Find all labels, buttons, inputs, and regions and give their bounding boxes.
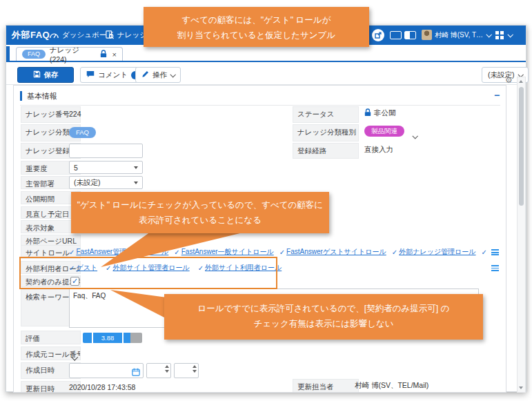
split-pane-view-button[interactable]	[404, 31, 416, 39]
check-icon: ✓	[69, 248, 75, 256]
save-button[interactable]: 保存	[17, 67, 74, 83]
dashboard-gauge-icon	[49, 31, 59, 40]
open-window-icon	[375, 29, 382, 41]
tab-faq-badge: FAQ	[22, 50, 46, 59]
field-label-reg-route: 登録経路	[293, 143, 359, 159]
operation-label: 操作	[152, 70, 167, 80]
stepper-up-icon[interactable]	[193, 365, 197, 368]
nav-item-dashboard[interactable]: ダッシュボード	[49, 26, 114, 45]
chevron-down-icon	[412, 133, 417, 139]
callout-middle-line2: 表示許可されていることになる	[71, 213, 329, 228]
created-at-date-input[interactable]	[69, 363, 144, 378]
basic-info-card: 基本情報 − ナレッジ番号 ナレッジ分類 ナレッジ登録番号 重要度 主管部署 公…	[13, 85, 506, 393]
external-user-role-link[interactable]: ✓ゲスト	[69, 263, 97, 273]
select-arrow-icon	[134, 166, 138, 169]
class-type-expander[interactable]	[413, 129, 417, 141]
site-role-link[interactable]: ✓外部ナレッジ一般ロール	[482, 247, 487, 257]
callout-top: すべての顧客には、"ゲスト" ロールが 割り当てられていると仮定したサンプル	[144, 7, 369, 47]
chevron-down-icon	[170, 72, 175, 77]
operation-button[interactable]: 操作	[135, 67, 181, 83]
callout-bottom-tail	[107, 286, 169, 324]
source-call-number-expander[interactable]	[72, 351, 77, 363]
department-value: (未設定)	[74, 178, 101, 188]
scroll-down-icon[interactable]	[519, 387, 523, 389]
tab-close-icon[interactable]: ×	[112, 50, 117, 59]
updated-at-value: 2020/10/28 17:43:58	[69, 383, 135, 391]
external-user-roles-list-icon[interactable]	[491, 265, 499, 271]
rating-bar: 3.88	[83, 333, 142, 343]
edit-pencil-icon	[141, 70, 149, 79]
rating-bar-segment	[83, 333, 92, 343]
callout-middle-tail	[101, 228, 249, 271]
class-type-badge: 製品関連	[364, 126, 404, 137]
section-title: 基本情報	[27, 91, 57, 101]
check-icon: ✓	[72, 277, 78, 285]
department-select[interactable]: (未設定)	[69, 176, 143, 189]
comment-icon	[86, 70, 95, 79]
field-label-class-type: ナレッジ分類種別	[293, 124, 359, 141]
section-accent-bar	[20, 91, 22, 101]
search-keywords-value: Faq、FAQ	[73, 292, 106, 300]
single-pane-view-button[interactable]	[390, 31, 402, 39]
app-brand: 外部FAQ	[12, 26, 50, 45]
contractor-only-checkbox[interactable]: ✓	[70, 277, 79, 286]
callout-top-line1: すべての顧客には、"ゲスト" ロールが	[144, 12, 369, 28]
site-role-link[interactable]: ✓FastAnswerゲストサイトロール	[279, 247, 386, 257]
callout-middle-line1: "ゲスト" ロールにチェックが入っているので、すべての顧客に	[71, 197, 329, 213]
reg-route-value: 直接入力	[364, 145, 393, 155]
page: 外部FAQ ダッシュボード ナレッジ検索	[0, 0, 532, 401]
stepper-down-icon[interactable]	[193, 370, 197, 373]
chevron-down-icon	[507, 32, 513, 37]
user-menu[interactable]: 村崎 博(SV, T…	[435, 26, 491, 45]
updated-by-value: 村崎 博(SV、TEL/Mail)	[355, 381, 428, 391]
lock-icon	[100, 48, 107, 61]
lock-icon	[364, 108, 371, 118]
stepper-up-icon[interactable]	[165, 365, 169, 368]
vertical-scrollbar[interactable]	[517, 77, 526, 393]
knowledge-number-value: 224	[69, 110, 81, 118]
check-icon: ✓	[482, 248, 487, 256]
status-value: 非公開	[364, 108, 396, 118]
site-role-link[interactable]: ✓外部ナレッジ管理ロール	[392, 247, 476, 257]
check-icon: ✓	[69, 264, 75, 272]
gear-icon[interactable]: ⚙	[505, 76, 513, 84]
collapse-section-button[interactable]: −	[494, 90, 500, 101]
rating-bar-segment	[124, 333, 130, 343]
importance-select[interactable]: 5	[69, 161, 143, 174]
check-icon: ✓	[392, 248, 397, 256]
knowledge-reg-number-input[interactable]	[69, 144, 143, 158]
comment-label: コメント	[98, 70, 128, 80]
field-label-rating: 評価	[21, 331, 81, 344]
save-label: 保存	[44, 70, 59, 80]
check-icon: ✓	[279, 248, 285, 256]
split-pane-icon	[405, 32, 410, 39]
open-window-button[interactable]	[372, 29, 384, 41]
rating-value: 3.88	[93, 333, 122, 343]
select-arrow-icon	[134, 182, 138, 184]
callout-bottom: ロールですでに表示許可されているので、[契約者のみ提示可] の チェック有無は表…	[164, 294, 483, 340]
stepper-down-icon[interactable]	[165, 370, 169, 373]
save-icon	[33, 70, 41, 79]
callout-bottom-line2: チェック有無は表示には影響しない	[164, 316, 483, 331]
status-text: 非公開	[374, 108, 396, 118]
calendar-icon[interactable]	[132, 366, 140, 379]
scroll-up-icon[interactable]	[519, 80, 523, 83]
knowledge-class-badge: FAQ	[69, 127, 96, 138]
importance-value: 5	[74, 164, 78, 172]
apps-grid-icon[interactable]	[495, 31, 504, 39]
section-header: 基本情報 −	[20, 90, 500, 106]
chevron-down-icon	[486, 32, 491, 37]
site-roles-list-icon[interactable]	[491, 249, 499, 255]
created-at-hour-stepper[interactable]	[146, 363, 171, 378]
callout-top-line2: 割り当てられていると仮定したサンプル	[144, 28, 369, 43]
field-label-external-url: 外部ページURL	[21, 235, 81, 246]
scrollbar-thumb[interactable]	[519, 87, 524, 206]
user-avatar[interactable]	[422, 30, 432, 40]
tab-title: ナレッジ(224)	[50, 46, 96, 63]
created-at-minute-stepper[interactable]	[174, 363, 199, 378]
callout-bottom-line1: ロールですでに表示許可されているので、[契約者のみ提示可] の	[164, 301, 483, 316]
field-label-updated-by: 更新担当者	[293, 379, 359, 393]
tab-knowledge-224[interactable]: FAQ ナレッジ(224) ×	[16, 47, 123, 61]
apps-menu-chevron[interactable]	[508, 26, 512, 45]
user-name: 村崎 博(SV, T…	[435, 30, 483, 40]
